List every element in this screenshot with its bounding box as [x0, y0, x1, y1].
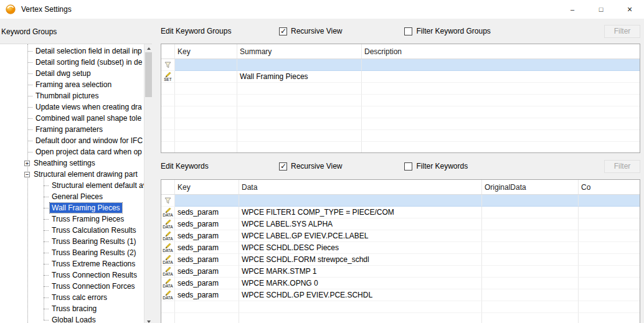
cell-comment[interactable] [579, 230, 640, 242]
cell-key[interactable]: seds_param [175, 207, 239, 218]
cell-originaldata[interactable] [482, 254, 579, 266]
filter-row[interactable] [161, 195, 640, 207]
keyword-row[interactable]: DATA seds_param WPCE FILTER1 COMP_TYPE =… [161, 207, 640, 218]
column-header-originaldata[interactable]: OriginalData [482, 180, 579, 194]
cell-data[interactable]: WPCE MARK.STMP 1 [239, 266, 482, 278]
cell-data[interactable]: WPCE MARK.OPNG 0 [239, 278, 482, 289]
tree-item-combined-wall-panel-shape[interactable]: Combined wall panel shape tole [0, 113, 144, 124]
cell-comment[interactable] [579, 218, 640, 230]
cell-key[interactable]: seds_param [175, 218, 239, 230]
column-header-data[interactable]: Data [239, 180, 482, 194]
cell-key[interactable] [175, 59, 237, 71]
tree-item-detail-sorting-field[interactable]: Detail sorting field (subset) in de [0, 57, 144, 68]
cell-key[interactable]: seds_param [175, 242, 239, 254]
cell-comment[interactable] [579, 278, 640, 289]
tree-item-truss-bearing-results-2[interactable]: Truss Bearing Results (2) [0, 247, 144, 258]
empty-row[interactable] [161, 142, 640, 153]
cell-key[interactable] [175, 195, 239, 207]
filter-keywords-checkbox[interactable]: Filter Keywords [404, 162, 468, 171]
cell-originaldata[interactable] [482, 278, 579, 289]
empty-row[interactable] [161, 313, 640, 323]
tree-item-detail-dwg-setup[interactable]: Detail dwg setup [0, 68, 144, 79]
keyword-row[interactable]: DATA seds_param WPCE SCHDL.FORM strewpce… [161, 254, 640, 266]
cell-comment[interactable] [579, 195, 640, 207]
column-header-key[interactable]: Key [175, 44, 237, 59]
column-header-key[interactable]: Key [175, 180, 239, 194]
tree-item-open-project-data-card[interactable]: Open project data card when op [0, 146, 144, 157]
cell-key[interactable]: seds_param [175, 230, 239, 242]
cell-originaldata[interactable] [482, 289, 579, 301]
tree-item-general-pieces[interactable]: General Pieces [0, 191, 144, 202]
tree-item-framing-area-selection[interactable]: Framing area selection [0, 79, 144, 90]
tree-item-sheathing-settings[interactable]: +Sheathing settings [0, 157, 144, 169]
column-header-summary[interactable]: Summary [237, 44, 362, 59]
cell-originaldata[interactable] [482, 242, 579, 254]
tree-item-truss-bearing-results-1[interactable]: Truss Bearing Results (1) [0, 236, 144, 247]
tree-item-structural-element-default[interactable]: Structural element default av [0, 180, 144, 191]
filter-button-keywords[interactable]: Filter [604, 160, 640, 173]
cell-originaldata[interactable] [482, 230, 579, 242]
tree-item-truss-bracing[interactable]: Truss bracing [0, 303, 144, 314]
scroll-down-icon[interactable] [144, 317, 153, 323]
cell-comment[interactable] [579, 254, 640, 266]
filter-keyword-groups-checkbox[interactable]: Filter Keyword Groups [404, 27, 490, 35]
tree-item-framing-parameters[interactable]: Framing parameters [0, 124, 144, 135]
column-header-description[interactable]: Description [362, 44, 640, 59]
maximize-button[interactable]: □ [587, 0, 615, 19]
tree-item-structural-element-drawing[interactable]: −Structural element drawing part [0, 169, 144, 180]
tree-item-thumbnail-pictures[interactable]: Thumbnail pictures [0, 90, 144, 101]
close-button[interactable]: × [615, 0, 644, 19]
cell-data[interactable]: WPCE FILTER1 COMP_TYPE = PIECE/COM [239, 207, 482, 218]
tree-item-default-door-window-ifc[interactable]: Default door and window for IFC [0, 135, 144, 146]
cell-key[interactable]: seds_param [175, 289, 239, 301]
cell-data[interactable]: WPCE SCHDL.GP EVIEV.PCE.SCHDL [239, 289, 482, 301]
cell-description[interactable] [362, 71, 640, 83]
scroll-up-icon[interactable] [144, 44, 153, 52]
cell-summary[interactable] [237, 59, 362, 71]
tree-item-update-views[interactable]: Update views when creating dra [0, 101, 144, 113]
cell-data[interactable]: WPCE SCHDL.DESC Pieces [239, 242, 482, 254]
recursive-view-checkbox-groups[interactable]: Recursive View [279, 27, 342, 35]
cell-key[interactable]: seds_param [175, 266, 239, 278]
tree-item-truss-calc-errors[interactable]: Truss calc errors [0, 292, 144, 303]
cell-comment[interactable] [579, 289, 640, 301]
cell-originaldata[interactable] [482, 195, 579, 207]
keyword-row[interactable]: DATA seds_param WPCE SCHDL.DESC Pieces [161, 242, 640, 254]
keyword-row[interactable]: DATA seds_param WPCE LABEL.GP EVIEV.PCE.… [161, 230, 640, 242]
empty-row[interactable] [161, 83, 640, 95]
cell-data[interactable]: WPCE LABEL.SYS ALPHA [239, 218, 482, 230]
keyword-row[interactable]: DATA seds_param WPCE SCHDL.GP EVIEV.PCE.… [161, 289, 640, 301]
cell-key[interactable] [175, 71, 237, 83]
minimize-button[interactable]: – [558, 0, 587, 19]
collapse-minus-icon[interactable]: − [24, 172, 30, 177]
cell-summary[interactable]: Wall Framing Pieces [237, 71, 362, 83]
keyword-group-row[interactable]: SET Wall Framing Pieces [161, 71, 640, 83]
filter-row[interactable] [161, 59, 640, 71]
recursive-view-checkbox-keywords[interactable]: Recursive View [279, 162, 342, 171]
tree-item-truss-connection-results[interactable]: Truss Connection Results [0, 269, 144, 281]
tree-item-wall-framing-pieces[interactable]: Wall Framing Pieces [0, 202, 144, 213]
filter-button-groups[interactable]: Filter [604, 25, 640, 38]
cell-key[interactable]: seds_param [175, 278, 239, 289]
cell-data[interactable]: WPCE LABEL.GP EVIEV.PCE.LABEL [239, 230, 482, 242]
empty-row[interactable] [161, 301, 640, 313]
cell-originaldata[interactable] [482, 266, 579, 278]
cell-originaldata[interactable] [482, 218, 579, 230]
tree-item-truss-connection-forces[interactable]: Truss Connection Forces [0, 281, 144, 292]
tree-item-truss-framing-pieces[interactable]: Truss Framing Pieces [0, 213, 144, 225]
tree-item-global-loads[interactable]: Global Loads [0, 314, 144, 323]
expand-plus-icon[interactable]: + [24, 161, 30, 166]
keyword-row[interactable]: DATA seds_param WPCE MARK.OPNG 0 [161, 278, 640, 289]
tree-item-detail-selection-field[interactable]: Detail selection field in detail inp [0, 45, 144, 57]
tree-scrollbar[interactable] [144, 44, 152, 323]
cell-originaldata[interactable] [482, 207, 579, 218]
cell-key[interactable]: seds_param [175, 254, 239, 266]
cell-data[interactable] [239, 195, 482, 207]
column-header-comment[interactable]: Co [579, 180, 640, 194]
tree-item-truss-calculation-results[interactable]: Truss Calculation Results [0, 225, 144, 236]
cell-description[interactable] [362, 59, 640, 71]
empty-row[interactable] [161, 130, 640, 142]
cell-comment[interactable] [579, 242, 640, 254]
cell-comment[interactable] [579, 207, 640, 218]
scrollbar-thumb[interactable] [145, 52, 152, 97]
